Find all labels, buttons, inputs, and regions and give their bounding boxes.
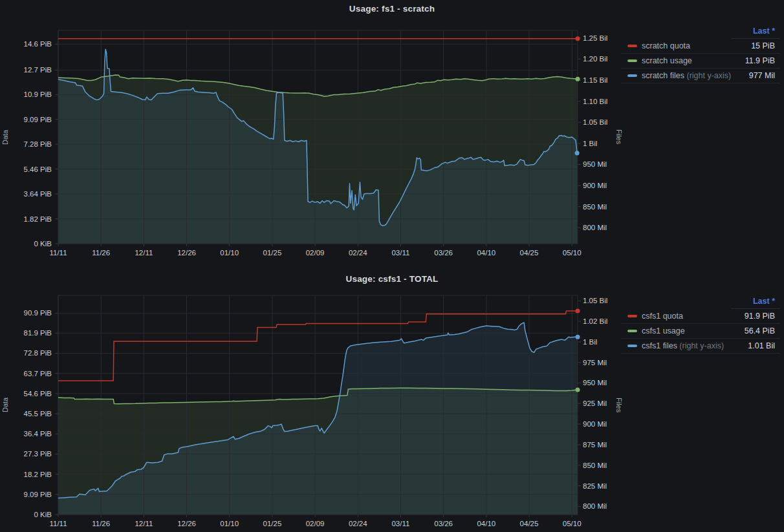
left-y-tick-label: 3.64 PiB	[24, 190, 52, 198]
x-tick-label: 04/10	[477, 249, 495, 257]
panel-fs1-scratch: Usage: fs1 - scratch Data Files 0 KiB1.8…	[0, 0, 784, 265]
legend-header: Last *	[621, 296, 780, 309]
legend-row: csfs1 files (right y-axis)1.01 Bil	[621, 338, 780, 354]
series-last-value: 91.9 PiB	[745, 312, 775, 321]
x-tick-label: 12/11	[135, 520, 153, 527]
right-y-tick-label: 875 Mil	[583, 441, 607, 449]
right-y-tick-label: 925 Mil	[583, 399, 607, 407]
x-tick-label: 04/10	[477, 520, 495, 527]
legend-rows: csfs1 quota91.9 PiBcsfs1 usage56.4 PiBcs…	[621, 309, 780, 354]
x-tick-label: 01/10	[220, 249, 239, 257]
x-tick-label: 03/26	[434, 249, 453, 257]
x-tick-label: 11/26	[92, 249, 110, 257]
series-name-axis-note: (right y-axis)	[686, 71, 731, 80]
series-last-value: 56.4 PiB	[745, 326, 775, 335]
series-name[interactable]: csfs1 usage	[642, 326, 685, 335]
series-last-value: 1.01 Bil	[748, 341, 775, 350]
left-y-tick-label: 81.9 PiB	[24, 329, 52, 337]
series-last-value: 15 PiB	[751, 41, 775, 50]
right-y-tick-label: 825 Mil	[583, 482, 607, 490]
left-y-tick-label: 0 KiB	[34, 511, 52, 518]
left-y-tick-label: 90.9 PiB	[24, 309, 52, 317]
right-y-tick-label: 1.02 Bil	[583, 317, 607, 325]
series-color-swatch[interactable]	[627, 345, 637, 347]
right-y-tick-label: 850 Mil	[583, 203, 607, 211]
series-color-swatch[interactable]	[627, 45, 637, 47]
legend-header: Last *	[621, 26, 780, 39]
right-y-tick-label: 975 Mil	[583, 359, 607, 367]
x-tick-label: 03/11	[391, 520, 409, 527]
left-y-tick-label: 1.82 PiB	[24, 215, 52, 223]
left-y-tick-label: 7.28 PiB	[24, 140, 52, 148]
legend-row: scratch files (right y-axis)977 Mil	[621, 68, 780, 83]
left-y-tick-label: 18.2 PiB	[24, 471, 52, 478]
series-endpoint-dot	[576, 77, 580, 81]
right-y-tick-label: 800 Mil	[583, 224, 607, 231]
series-color-swatch[interactable]	[627, 330, 637, 332]
x-tick-label: 02/24	[349, 520, 367, 527]
series-endpoint-dot	[575, 151, 580, 155]
series-last-value: 11.9 PiB	[745, 56, 775, 65]
right-y-tick-label: 1 Bil	[583, 140, 597, 147]
right-y-tick-label: 950 Mil	[583, 160, 607, 168]
left-y-tick-label: 9.09 PiB	[24, 116, 52, 123]
right-y-tick-label: 1.25 Bil	[583, 34, 607, 42]
right-y-tick-label: 1.20 Bil	[583, 55, 607, 63]
legend-last-column-header[interactable]: Last *	[731, 26, 780, 39]
right-y-tick-label: 900 Mil	[583, 420, 607, 428]
series-endpoint-dot	[576, 335, 580, 339]
left-y-tick-label: 14.6 PiB	[24, 40, 52, 48]
series-name-axis-note: (right y-axis)	[679, 341, 724, 350]
left-y-tick-label: 27.3 PiB	[24, 450, 52, 458]
series-name[interactable]: scratch quota	[642, 41, 690, 50]
x-tick-label: 01/10	[220, 520, 239, 527]
series-endpoint-dot	[576, 309, 580, 314]
series-name[interactable]: scratch files (right y-axis)	[642, 71, 731, 80]
series-name[interactable]: scratch usage	[642, 56, 692, 65]
x-tick-label: 04/25	[520, 520, 539, 527]
series-color-swatch[interactable]	[627, 74, 637, 77]
x-tick-label: 01/25	[263, 249, 282, 257]
series-color-swatch[interactable]	[627, 315, 637, 317]
left-y-tick-label: 45.5 PiB	[24, 410, 52, 418]
legend: Last * csfs1 quota91.9 PiBcsfs1 usage56.…	[621, 296, 780, 354]
right-y-tick-label: 850 Mil	[583, 462, 607, 469]
left-y-tick-label: 36.4 PiB	[24, 430, 52, 438]
x-tick-label: 02/09	[306, 249, 325, 257]
legend-row: scratch usage11.9 PiB	[621, 53, 780, 68]
x-tick-label: 12/26	[177, 249, 196, 257]
x-tick-label: 11/11	[49, 249, 67, 257]
panel-csfs1-total: Usage: csfs1 - TOTAL Data Files 0 KiB9.0…	[0, 270, 784, 532]
x-tick-label: 03/11	[391, 249, 409, 257]
right-y-tick-label: 1.15 Bil	[583, 76, 607, 84]
right-y-tick-label: 950 Mil	[583, 379, 607, 387]
left-y-tick-label: 63.7 PiB	[24, 370, 52, 378]
series-name[interactable]: csfs1 quota	[642, 312, 683, 321]
right-y-tick-label: 900 Mil	[583, 182, 607, 189]
series-endpoint-dot	[576, 36, 580, 41]
legend: Last * scratch quota15 PiBscratch usage1…	[621, 26, 780, 83]
right-y-tick-label: 1.05 Bil	[583, 297, 607, 304]
x-tick-label: 04/25	[520, 249, 539, 257]
x-tick-label: 11/26	[92, 520, 110, 527]
x-tick-label: 03/26	[434, 520, 453, 527]
x-tick-label: 01/25	[263, 520, 282, 527]
x-tick-label: 11/11	[49, 520, 67, 527]
left-y-tick-label: 72.8 PiB	[24, 349, 52, 357]
x-tick-label: 05/10	[563, 249, 582, 257]
legend-row: csfs1 usage56.4 PiB	[621, 323, 780, 338]
x-tick-label: 02/09	[306, 520, 325, 527]
left-y-tick-label: 54.6 PiB	[24, 390, 52, 398]
right-y-tick-label: 1.05 Bil	[583, 118, 607, 126]
series-last-value: 977 Mil	[749, 71, 775, 80]
right-y-tick-label: 1 Bil	[583, 338, 597, 346]
x-tick-label: 12/26	[177, 520, 196, 527]
series-color-swatch[interactable]	[627, 59, 637, 62]
left-y-tick-label: 5.46 PiB	[24, 165, 52, 173]
x-tick-label: 12/11	[135, 249, 153, 257]
legend-row: scratch quota15 PiB	[621, 39, 780, 53]
legend-last-column-header[interactable]: Last *	[731, 296, 780, 309]
series-name[interactable]: csfs1 files (right y-axis)	[642, 341, 724, 350]
right-y-tick-label: 800 Mil	[583, 502, 607, 510]
legend-rows: scratch quota15 PiBscratch usage11.9 PiB…	[621, 39, 780, 83]
